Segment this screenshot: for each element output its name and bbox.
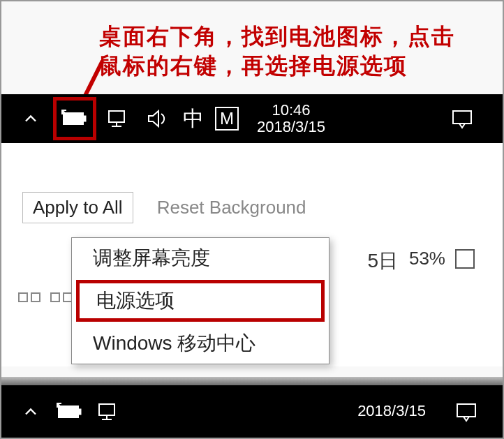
action-center-icon[interactable] (447, 103, 477, 134)
svg-rect-3 (109, 111, 124, 122)
overflow-icon[interactable] (15, 396, 46, 427)
svg-rect-12 (457, 404, 475, 417)
ime-mode-indicator[interactable]: M (215, 107, 239, 131)
background-percent: 53% (409, 248, 445, 269)
clock-date: 2018/3/15 (357, 403, 426, 419)
svg-rect-2 (83, 116, 86, 121)
menu-item-brightness[interactable]: 调整屏幕亮度 (72, 238, 329, 278)
battery-icon[interactable] (54, 396, 85, 427)
overflow-icon[interactable] (15, 103, 46, 134)
action-center-icon[interactable] (451, 396, 482, 427)
battery-context-menu: 调整屏幕亮度 电源选项 Windows 移动中心 (71, 237, 329, 364)
taskbar-bottom: 2018/3/15 (1, 385, 503, 438)
ime-language-indicator[interactable]: 中 (183, 105, 204, 133)
svg-rect-8 (78, 409, 81, 415)
svg-rect-1 (64, 113, 83, 124)
mid-panel: Apply to All Reset Background 5日 53% 调整屏… (1, 143, 503, 366)
clock-time: 10:46 (257, 102, 325, 119)
apply-to-all-button[interactable]: Apply to All (22, 192, 133, 223)
taskbar-top: 中 M 10:46 2018/3/15 (1, 94, 503, 143)
reset-background-button[interactable]: Reset Background (147, 192, 316, 223)
battery-icon[interactable] (59, 103, 90, 134)
svg-rect-6 (453, 111, 471, 124)
fullscreen-icon[interactable] (455, 249, 475, 269)
svg-rect-9 (99, 404, 114, 415)
background-date-fragment: 5日 (367, 248, 398, 274)
battery-highlight-box (53, 97, 96, 140)
network-icon[interactable] (103, 103, 134, 134)
clock[interactable]: 2018/3/15 (357, 403, 426, 419)
menu-item-power-options[interactable]: 电源选项 (76, 280, 325, 322)
volume-icon[interactable] (142, 103, 173, 134)
divider (1, 377, 503, 385)
menu-item-mobility-center[interactable]: Windows 移动中心 (72, 323, 329, 364)
network-icon[interactable] (94, 396, 124, 427)
clock[interactable]: 10:46 2018/3/15 (257, 102, 325, 135)
svg-rect-7 (59, 406, 78, 417)
clock-date: 2018/3/15 (257, 119, 325, 135)
instruction-text: 桌面右下角，找到电池图标，点击鼠标的右键，再选择电源选项 (1, 1, 503, 94)
task-view-icon[interactable] (15, 290, 75, 305)
